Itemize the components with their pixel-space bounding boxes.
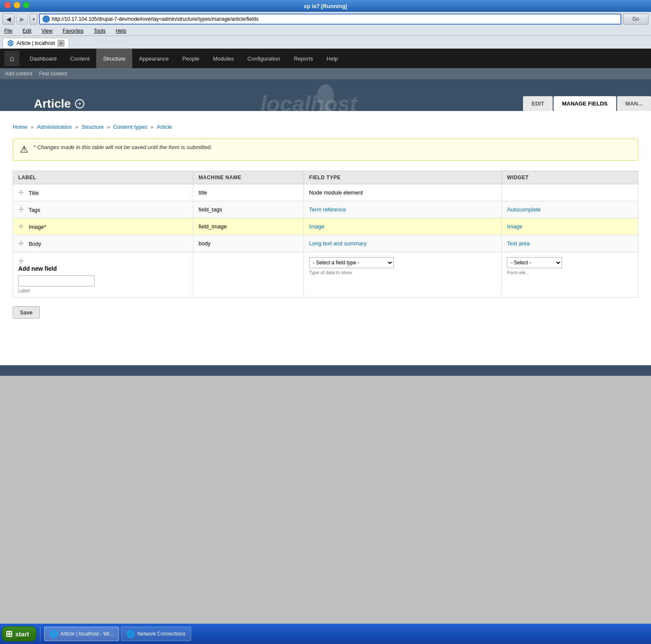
- windows-logo-icon: ⊞: [6, 629, 13, 639]
- nav-people[interactable]: People: [175, 49, 206, 68]
- field-label: Image*: [29, 224, 46, 230]
- col-widget: WIDGET: [502, 171, 638, 184]
- select-hint: Type of data to store.: [309, 270, 496, 275]
- add-field-label-cell: ✛ Add new field Label: [13, 252, 193, 298]
- minimize-button[interactable]: [14, 2, 20, 8]
- nav-dashboard[interactable]: Dashboard: [23, 49, 64, 68]
- field-label-hint: Label: [18, 288, 188, 293]
- machine-name: field_tags: [198, 206, 222, 213]
- address-text[interactable]: http://10.17.104.105/drupal-7-dev/node#o…: [52, 16, 618, 22]
- menu-view[interactable]: View: [40, 27, 54, 35]
- widget-select-container: - Select -: [507, 257, 633, 268]
- go-button[interactable]: Go: [623, 14, 648, 25]
- taskbar-item-network[interactable]: 🌐 Network Connections: [121, 627, 191, 641]
- warning-text: * Changes made in this table will not be…: [33, 144, 212, 150]
- field-type-link[interactable]: Image: [309, 223, 324, 230]
- main-content: Article + localhost EDIT MANAGE FIELDS M…: [0, 79, 651, 376]
- nav-appearance[interactable]: Appearance: [132, 49, 175, 68]
- nav-structure[interactable]: Structure: [96, 49, 132, 68]
- drag-handle[interactable]: ✛: [18, 189, 27, 196]
- widget-cell: Text area: [502, 235, 638, 252]
- tab-edit[interactable]: EDIT: [523, 96, 553, 111]
- col-label: LABEL: [13, 171, 193, 184]
- warning-icon: ⚠: [20, 144, 28, 155]
- window-title: xp ie7 [Running]: [304, 3, 347, 9]
- breadcrumb-administration[interactable]: Administration: [37, 124, 72, 130]
- col-field-type: FIELD TYPE: [304, 171, 502, 184]
- add-new-field-label: Add new field: [18, 265, 188, 272]
- menu-help[interactable]: Help: [114, 27, 128, 35]
- machine-name-cell: body: [193, 235, 304, 252]
- widget-link[interactable]: Autocomplete: [507, 206, 541, 213]
- field-type-link[interactable]: Long text and summary: [309, 240, 367, 247]
- menu-file[interactable]: File: [3, 27, 14, 35]
- breadcrumb-sep-2: »: [75, 124, 80, 130]
- machine-name-cell: field_image: [193, 218, 304, 235]
- add-content-link[interactable]: Add content: [5, 71, 32, 77]
- secondary-nav: Add content Find content: [0, 68, 651, 79]
- new-field-input[interactable]: [18, 275, 95, 286]
- taskbar-item-ie[interactable]: 🌐 Article | localhost - Wi...: [44, 627, 119, 641]
- label-cell: ✛ Body: [13, 235, 193, 252]
- field-type-select[interactable]: - Select a field type - Term reference I…: [309, 257, 394, 268]
- field-label: Body: [29, 241, 42, 247]
- widget-link[interactable]: Image: [507, 223, 522, 230]
- breadcrumb-article[interactable]: Article: [157, 124, 172, 130]
- save-button[interactable]: Save: [13, 306, 40, 319]
- form-footer: Save: [13, 306, 638, 319]
- article-add-icon[interactable]: +: [75, 99, 84, 108]
- add-new-field-row: ✛ Add new field Label - Select a field t…: [13, 252, 638, 298]
- home-button[interactable]: ⌂: [4, 51, 19, 66]
- nav-reports[interactable]: Reports: [287, 49, 320, 68]
- field-label: Title: [28, 190, 39, 196]
- nav-modules[interactable]: Modules: [206, 49, 241, 68]
- add-drag-handle[interactable]: ✛: [18, 258, 27, 265]
- menu-edit[interactable]: Edit: [21, 27, 33, 35]
- breadcrumb-home[interactable]: Home: [13, 124, 28, 130]
- start-label: start: [15, 630, 29, 638]
- start-button[interactable]: ⊞ start: [2, 626, 36, 641]
- back-button[interactable]: ◀: [3, 14, 14, 25]
- drag-handle[interactable]: ✛: [18, 240, 27, 247]
- forward-button[interactable]: ▶: [16, 14, 28, 25]
- field-type-cell: Node module element: [304, 184, 502, 201]
- machine-name-cell: field_tags: [193, 201, 304, 218]
- widget-link[interactable]: Text area: [507, 240, 529, 247]
- tab-close-button[interactable]: ✕: [58, 40, 64, 47]
- warning-box: ⚠ * Changes made in this table will not …: [13, 139, 638, 161]
- table-row: ✛ Image* field_image Image Image: [13, 218, 638, 235]
- menu-favorites[interactable]: Favorites: [61, 27, 85, 35]
- drag-handle[interactable]: ✛: [18, 206, 27, 213]
- widget-hint: Form ele...: [507, 270, 633, 275]
- add-field-machine-name-cell: [193, 252, 304, 298]
- widget-cell: Autocomplete: [502, 201, 638, 218]
- field-label: Tags: [28, 207, 40, 213]
- field-type-link[interactable]: Term reference: [309, 206, 346, 213]
- breadcrumb-structure[interactable]: Structure: [81, 124, 104, 130]
- tab-manage-display[interactable]: MAN...: [617, 96, 651, 111]
- machine-name: field_image: [198, 223, 227, 230]
- field-type-cell: Image: [304, 218, 502, 235]
- breadcrumb-content-types[interactable]: Content types: [113, 124, 147, 130]
- taskbar: ⊞ start 🌐 Article | localhost - Wi... 🌐 …: [0, 624, 651, 644]
- svg-point-11: [328, 103, 333, 108]
- nav-configuration[interactable]: Configuration: [241, 49, 287, 68]
- field-type-cell: Term reference: [304, 201, 502, 218]
- drag-handle[interactable]: ✛: [18, 223, 27, 230]
- breadcrumb-sep-3: »: [107, 124, 111, 130]
- widget-select[interactable]: - Select -: [507, 257, 562, 268]
- find-content-link[interactable]: Find content: [39, 71, 67, 77]
- label-cell: ✛ Title: [13, 184, 193, 201]
- nav-dropdown-button[interactable]: ▾: [30, 14, 37, 25]
- menu-tools[interactable]: Tools: [92, 27, 107, 35]
- close-button[interactable]: [4, 2, 11, 8]
- nav-help[interactable]: Help: [320, 49, 345, 68]
- maximize-button[interactable]: [23, 2, 30, 8]
- nav-content[interactable]: Content: [64, 49, 97, 68]
- field-type: Node module element: [309, 189, 363, 196]
- browser-tab[interactable]: Article | localhost ✕: [3, 38, 69, 48]
- taskbar-divider: [40, 626, 41, 641]
- taskbar-network-icon: 🌐: [126, 630, 135, 638]
- drupal-logo-icon: [309, 83, 342, 117]
- tab-manage-fields[interactable]: MANAGE FIELDS: [554, 96, 616, 111]
